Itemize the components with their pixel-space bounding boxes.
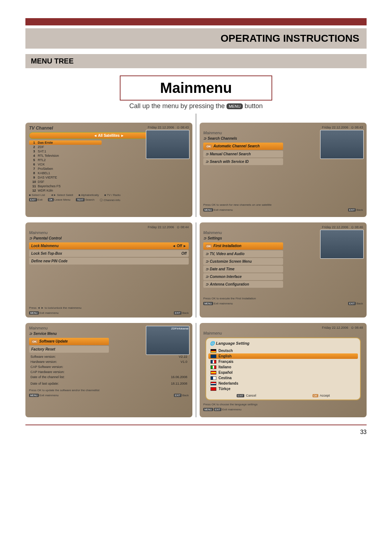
menu-item[interactable]: Factory Reset bbox=[29, 346, 109, 353]
hint-text: Press ◄ ► to lock/unlock the mainmenu bbox=[28, 305, 190, 311]
hint-text: Press OK to choose the language settings bbox=[202, 402, 364, 407]
title-band: OPERATING INSTRUCTIONS bbox=[25, 28, 367, 49]
flag-es-icon bbox=[211, 371, 216, 374]
screen-tv-channel: TV Channel Friday 22.12.2006 ⊙ 08:43 ◄ A… bbox=[25, 123, 192, 217]
mainmenu-box: Mainmenu bbox=[120, 75, 272, 101]
tree-branch bbox=[196, 323, 196, 417]
tree-branch bbox=[196, 123, 196, 217]
breadcrumb: Mainmenu bbox=[202, 330, 364, 336]
hint-text: Press OK to search for new channels on o… bbox=[202, 202, 364, 208]
flag-de-icon bbox=[211, 349, 216, 353]
submenu-title: Parental Control bbox=[28, 235, 190, 242]
screen-search-channels: Friday 22.12.2006 ⊙ 08:43 Mainmenu Searc… bbox=[200, 123, 367, 217]
language-popup: 🌐 Language Setting Deutsch English Franç… bbox=[205, 337, 361, 400]
lang-item[interactable]: Español bbox=[208, 370, 358, 375]
menu-item[interactable]: Date and Time bbox=[203, 266, 283, 273]
flag-en-icon bbox=[211, 355, 216, 358]
page-title: OPERATING INSTRUCTIONS bbox=[33, 33, 359, 44]
channel-row[interactable]: 9DAS VIERTE bbox=[29, 175, 102, 180]
page-number: 33 bbox=[25, 425, 367, 439]
screen-title: TV Channel bbox=[29, 126, 53, 131]
menu-item[interactable]: OKSoftware Update bbox=[29, 338, 109, 345]
channel-row[interactable]: 10DSF bbox=[29, 180, 102, 184]
channel-row[interactable]: 1Das Erste bbox=[29, 140, 102, 145]
channel-row[interactable]: 6VOX bbox=[29, 162, 102, 167]
channel-row[interactable]: 11Bayerisches FS bbox=[29, 184, 102, 188]
menu-item[interactable]: Search with Service ID bbox=[203, 158, 283, 165]
lang-item[interactable]: Français bbox=[208, 359, 358, 364]
preview-pip: ZDFinfokanal bbox=[146, 326, 189, 355]
setting-row[interactable]: Lock Set-Top-BoxOff bbox=[29, 250, 189, 257]
header-band bbox=[25, 18, 367, 25]
channel-row[interactable]: 7ProSieben bbox=[29, 167, 102, 171]
preview-pip bbox=[146, 130, 189, 159]
call-up-text: Call up the menu by pressing the MENU bu… bbox=[25, 102, 367, 110]
lang-item[interactable]: Nederlands bbox=[208, 381, 358, 386]
channel-row[interactable]: 8KABEL1 bbox=[29, 171, 102, 175]
channel-row[interactable]: 12WDR Köln bbox=[29, 188, 102, 193]
channel-row[interactable]: 2ZDF bbox=[29, 145, 102, 149]
lang-item[interactable]: English bbox=[208, 353, 358, 359]
flag-it-icon bbox=[211, 365, 216, 369]
flag-tr-icon bbox=[211, 387, 216, 391]
menu-item[interactable]: OKFirst Installation bbox=[203, 242, 283, 250]
tree-connector bbox=[196, 114, 196, 123]
hint-text: Press OK to execute the First Installati… bbox=[202, 296, 364, 301]
footer-hints: ■ Select List◄► Select Satell■ Alphabeti… bbox=[28, 193, 190, 197]
screen-service-menu: Mainmenu Service Menu ZDFinfokanal OKSof… bbox=[25, 323, 192, 417]
lang-item[interactable]: Türkçe bbox=[208, 386, 358, 392]
menu-item[interactable]: TV, Video and Audio bbox=[203, 250, 283, 257]
hint-text: Press OK to update the software and/or t… bbox=[28, 388, 190, 393]
tree-branch bbox=[196, 222, 196, 318]
menu-item[interactable]: Common Interface bbox=[203, 273, 283, 280]
lang-item[interactable]: Deutsch bbox=[208, 348, 358, 353]
menu-button-icon: MENU bbox=[226, 103, 242, 109]
menu-item[interactable]: Manual Channel Search bbox=[203, 151, 283, 157]
preview-pip bbox=[320, 130, 364, 159]
section-title: MENU TREE bbox=[31, 57, 361, 65]
lang-item[interactable]: Italiano bbox=[208, 364, 358, 370]
breadcrumb: Mainmenu bbox=[28, 230, 190, 235]
mainmenu-title: Mainmenu bbox=[124, 80, 268, 96]
menu-item[interactable]: Antenna Configuration bbox=[203, 281, 283, 288]
channel-row[interactable]: 5RTL2 bbox=[29, 158, 102, 162]
setting-row[interactable]: Define new PIN Code bbox=[29, 258, 189, 265]
preview-pip bbox=[320, 230, 364, 259]
info-table: Software version:V2.22 Hardware version:… bbox=[29, 354, 189, 386]
screen-language-setting: Friday 22.12.2006 ⊙ 08:48 Mainmenu 🌐 Lan… bbox=[200, 323, 367, 417]
menu-item[interactable]: Customize Screen Menu bbox=[203, 258, 283, 265]
channel-row[interactable]: 3SAT.1 bbox=[29, 149, 102, 153]
lang-item[interactable]: Cestina bbox=[208, 375, 358, 381]
section-band: MENU TREE bbox=[25, 54, 367, 68]
channel-row[interactable]: 4RTL Television bbox=[29, 153, 102, 158]
menu-item[interactable]: OKAutomatic Channel Search bbox=[203, 143, 283, 150]
flag-fr-icon bbox=[211, 360, 216, 364]
screen-settings: Friday 22.12.2006 ⊙ 08:46 Mainmenu Setti… bbox=[200, 222, 367, 318]
setting-row[interactable]: Lock Mainmenu◄ Off ► bbox=[29, 242, 189, 249]
flag-cz-icon bbox=[211, 376, 216, 380]
popup-title: 🌐 Language Setting bbox=[208, 340, 358, 348]
screen-parental-control: Friday 22.12.2006 ⊙ 08:44 Mainmenu Paren… bbox=[25, 222, 192, 318]
flag-nl-icon bbox=[211, 382, 216, 385]
